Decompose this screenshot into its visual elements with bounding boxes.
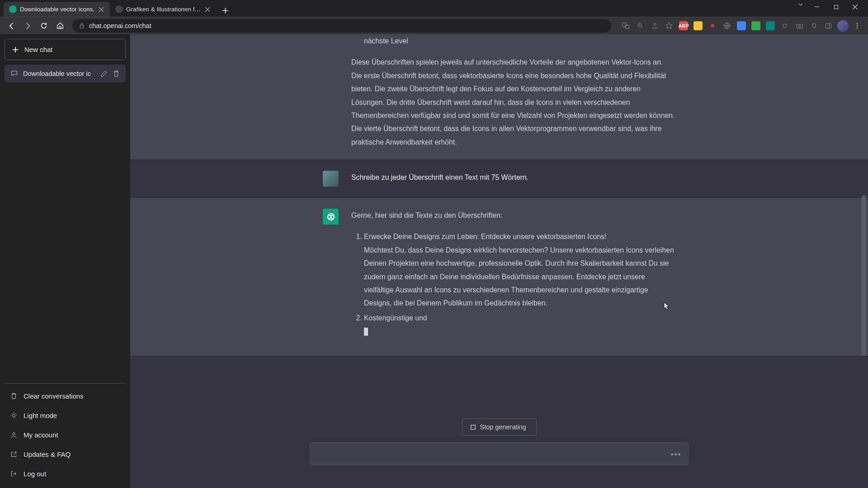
user-message: Schreibe zu jeder Überschrift einen Text… [130,160,868,198]
svg-point-6 [783,24,787,28]
svg-rect-15 [471,425,475,429]
main-content: nächste Level Diese Überschriften spiele… [130,34,868,488]
reload-button[interactable] [37,19,51,33]
external-link-icon [10,450,18,458]
svg-rect-2 [623,23,626,27]
extension-globe[interactable] [721,19,733,32]
logout-icon [10,470,18,478]
svg-point-11 [857,25,858,27]
sidebar: New chat Downloadable vector ic Clear co… [0,34,130,488]
close-icon[interactable] [98,6,104,13]
new-chat-button[interactable]: New chat [5,39,126,60]
extensions-puzzle-icon[interactable] [807,19,820,32]
close-icon[interactable] [204,6,211,13]
svg-point-14 [13,432,15,435]
svg-rect-3 [625,25,629,28]
message-composer: ••• [309,442,689,467]
lock-icon [79,23,85,29]
star-icon[interactable] [663,19,675,32]
svg-rect-0 [834,5,838,9]
edit-icon[interactable] [100,70,108,77]
chat-item-title: Downloadable vector ic [23,70,95,77]
extension-red[interactable] [706,19,719,32]
assistant-text: nächste Level Diese Überschriften spiele… [351,34,675,149]
user-icon [10,431,18,439]
browser-tab-active[interactable]: Downloadable vector icons. [4,2,110,17]
assistant-message: nächste Level Diese Überschriften spiele… [130,34,868,160]
extension-camera[interactable] [793,19,806,32]
browser-tab-inactive[interactable]: Grafiken & Illustrationen für Vek [110,2,216,17]
url-text: chat.openai.com/chat [89,22,151,29]
browser-chrome: Downloadable vector icons. Grafiken & Il… [0,0,868,34]
extension-abp[interactable]: ABP [677,19,690,32]
chat-icon [10,70,18,77]
maximize-button[interactable] [826,0,845,14]
trash-icon[interactable] [113,70,120,77]
sun-icon [10,412,18,419]
favicon-chatgpt [9,5,17,13]
tab-title: Grafiken & Illustrationen für Vek [126,6,201,13]
tab-title: Downloadable vector icons. [20,6,95,13]
extension-blue[interactable] [735,19,748,32]
forward-button[interactable] [21,19,34,33]
chatgpt-app: New chat Downloadable vector ic Clear co… [0,34,868,488]
streaming-cursor [364,328,368,336]
composer-area: Stop generating ••• [130,408,868,488]
svg-point-8 [798,25,800,27]
zoom-icon[interactable] [634,19,646,32]
favicon-generic [115,5,123,13]
vertical-scrollbar[interactable] [861,34,867,488]
home-button[interactable] [53,19,67,33]
address-bar: chat.openai.com/chat ABP [0,17,868,34]
assistant-text: Gerne, hier sind die Texte zu den Übersc… [351,209,675,339]
back-button[interactable] [5,19,18,33]
extension-green[interactable] [750,19,762,32]
user-text: Schreibe zu jeder Überschrift einen Text… [351,171,675,187]
extension-pin[interactable] [778,19,791,32]
new-tab-button[interactable] [219,4,231,17]
close-window-button[interactable] [845,0,864,14]
scrollbar-thumb[interactable] [862,195,866,356]
minimize-button[interactable] [807,0,826,14]
sidebar-my-account[interactable]: My account [5,425,126,445]
share-icon[interactable] [648,19,661,32]
assistant-message-streaming: Gerne, hier sind die Texte zu den Übersc… [130,198,868,357]
browser-menu-icon[interactable] [851,19,863,32]
profile-avatar[interactable] [836,19,849,32]
plus-icon [12,46,19,53]
sidebar-logout[interactable]: Log out [5,464,126,483]
sidebar-updates-faq[interactable]: Updates & FAQ [5,445,126,464]
sidebar-footer: Clear conversations Light mode My accoun… [5,383,126,483]
svg-point-10 [857,23,858,24]
mouse-cursor [664,302,670,311]
assistant-avatar [323,209,339,225]
sidebar-chat-item[interactable]: Downloadable vector ic [5,65,126,82]
svg-point-13 [13,414,15,417]
toolbar-extensions: ABP [619,19,863,32]
window-controls [794,0,864,16]
new-chat-label: New chat [24,46,53,53]
sidebar-clear-conversations[interactable]: Clear conversations [5,386,126,406]
chevron-down-icon[interactable] [794,0,807,14]
side-panel-icon[interactable] [822,19,835,32]
tab-strip: Downloadable vector icons. Grafiken & Il… [0,0,868,17]
stop-icon [470,424,476,430]
extension-teal[interactable] [764,19,777,32]
stop-generating-button[interactable]: Stop generating [462,418,537,436]
openai-logo-icon [326,212,336,222]
composer-more-icon[interactable]: ••• [671,450,681,459]
translate-icon[interactable] [619,19,632,32]
user-avatar [323,171,339,187]
extension-yellow[interactable] [692,19,704,32]
trash-icon [10,392,18,400]
svg-rect-1 [80,25,84,28]
url-input[interactable]: chat.openai.com/chat [72,19,611,33]
svg-point-12 [857,28,858,29]
svg-rect-9 [826,23,831,28]
sidebar-light-mode[interactable]: Light mode [5,406,126,425]
message-input[interactable] [309,442,689,465]
